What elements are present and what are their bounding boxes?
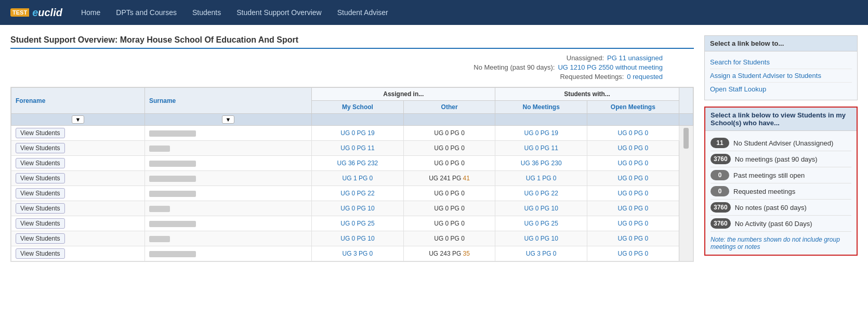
page-title: Student Support Overview: Moray House Sc…: [10, 35, 694, 49]
open-meetings-cell: UG 0 PG 0: [587, 141, 679, 156]
open-meetings-link[interactable]: UG 0 PG 0: [618, 220, 649, 227]
nav-adviser[interactable]: Student Adviser: [337, 8, 388, 17]
view-students-btn[interactable]: View Students: [16, 233, 65, 244]
my-school-cell: UG 0 PG 19: [312, 126, 404, 141]
info-item[interactable]: 0 Requested meetings: [711, 183, 851, 200]
nav-dpts[interactable]: DPTs and Courses: [116, 8, 177, 17]
scrollbar-thumb[interactable]: [683, 128, 689, 149]
open-meetings-link[interactable]: UG 0 PG 0: [618, 205, 649, 212]
sort-no-meetings: [495, 114, 587, 126]
no-meetings-link[interactable]: UG 0 PG 10: [524, 205, 558, 212]
surname-cell: [144, 156, 311, 171]
my-school-link[interactable]: UG 36 PG 232: [337, 160, 378, 167]
sort-surname-btn[interactable]: ▼: [222, 115, 235, 124]
requested-link[interactable]: 0 requested: [627, 73, 663, 81]
my-school-link[interactable]: UG 1 PG 0: [343, 175, 373, 182]
open-meetings-link[interactable]: UG 0 PG 0: [618, 250, 649, 257]
table-row: View Students UG 3 PG 0UG 243 PG 35UG 3 …: [11, 246, 693, 261]
info-badge: 11: [711, 138, 729, 148]
no-meetings-link[interactable]: UG 0 PG 22: [524, 190, 558, 197]
col-other: Other: [403, 101, 495, 114]
nav-support-overview[interactable]: Student Support Overview: [236, 8, 321, 17]
link-search-students[interactable]: Search for Students: [710, 56, 852, 69]
info-item[interactable]: 3760 No notes (past 60 days): [711, 200, 851, 216]
open-meetings-cell: UG 0 PG 0: [587, 186, 679, 201]
open-meetings-link[interactable]: UG 0 PG 0: [618, 235, 649, 242]
view-students-btn[interactable]: View Students: [16, 158, 65, 168]
no-meetings-link[interactable]: UG 0 PG 25: [524, 220, 558, 227]
nav-home[interactable]: Home: [81, 8, 100, 17]
info-item[interactable]: 3760 No meetings (past 90 days): [711, 151, 851, 167]
open-meetings-link[interactable]: UG 0 PG 0: [618, 175, 649, 182]
col-forename: Forename: [11, 88, 145, 114]
view-students-btn[interactable]: View Students: [16, 173, 65, 183]
view-students-btn[interactable]: View Students: [16, 203, 65, 214]
no-meetings-link[interactable]: UG 36 PG 230: [521, 160, 562, 167]
no-meeting-link[interactable]: UG 1210 PG 2550 without meeting: [558, 63, 663, 71]
view-students-btn[interactable]: View Students: [16, 188, 65, 199]
meta-unassigned: Unassigned: PG 11 unassigned: [10, 54, 694, 62]
view-students-btn[interactable]: View Students: [16, 248, 65, 259]
open-meetings-cell: UG 0 PG 0: [587, 171, 679, 186]
meta-no-meeting: No Meeting (past 90 days): UG 1210 PG 25…: [10, 63, 694, 71]
view-students-btn[interactable]: View Students: [16, 128, 65, 138]
unassigned-label: Unassigned:: [567, 54, 604, 62]
my-school-cell: UG 0 PG 22: [312, 186, 404, 201]
my-school-cell: UG 1 PG 0: [312, 171, 404, 186]
col-surname: Surname: [144, 88, 311, 114]
my-school-link[interactable]: UG 0 PG 10: [340, 235, 374, 242]
info-item[interactable]: 11 No Student Adviser (Unassigned): [711, 135, 851, 151]
my-school-link[interactable]: UG 0 PG 19: [340, 129, 374, 137]
scroll-header: [679, 88, 693, 114]
view-students-cell: View Students: [11, 126, 145, 141]
col-open-meetings: Open Meetings: [587, 101, 679, 114]
open-meetings-link[interactable]: UG 0 PG 0: [618, 190, 649, 197]
table-row: View Students UG 0 PG 10UG 0 PG 0UG 0 PG…: [11, 231, 693, 246]
my-school-cell: UG 0 PG 10: [312, 231, 404, 246]
no-meetings-link[interactable]: UG 0 PG 19: [524, 129, 558, 137]
my-school-link[interactable]: UG 0 PG 22: [340, 190, 374, 197]
open-meetings-link[interactable]: UG 0 PG 0: [618, 160, 649, 167]
open-meetings-link[interactable]: UG 0 PG 0: [618, 129, 649, 137]
open-meetings-cell: UG 0 PG 0: [587, 216, 679, 231]
no-meetings-cell: UG 0 PG 11: [495, 141, 587, 156]
nav-students[interactable]: Students: [192, 8, 221, 17]
my-school-link[interactable]: UG 0 PG 11: [340, 144, 374, 152]
info-item[interactable]: 0 Past meetings still open: [711, 167, 851, 183]
quick-links-section: Select a link below to... Search for Stu…: [704, 35, 858, 100]
table-row: View Students UG 0 PG 19UG 0 PG 0UG 0 PG…: [11, 126, 693, 141]
sort-forename-btn[interactable]: ▼: [72, 115, 85, 124]
other-link[interactable]: 41: [463, 175, 470, 182]
no-meetings-cell: UG 3 PG 0: [495, 246, 587, 261]
other-link[interactable]: 35: [463, 250, 470, 257]
my-school-cell: UG 3 PG 0: [312, 246, 404, 261]
view-students-btn[interactable]: View Students: [16, 218, 65, 229]
no-meetings-link[interactable]: UG 0 PG 10: [524, 235, 558, 242]
info-item[interactable]: 3760 No Activity (past 60 Days): [711, 216, 851, 232]
link-staff-lookup[interactable]: Open Staff Lookup: [710, 83, 852, 96]
col-my-school: My School: [312, 101, 404, 114]
surname-cell: [144, 231, 311, 246]
unassigned-link[interactable]: PG 11 unassigned: [607, 54, 663, 62]
link-assign-adviser[interactable]: Assign a Student Adviser to Students: [710, 69, 852, 83]
table-wrapper: Forename Surname Assigned in... Students…: [10, 87, 694, 262]
my-school-link[interactable]: UG 0 PG 25: [340, 220, 374, 227]
my-school-link[interactable]: UG 0 PG 10: [340, 205, 374, 212]
no-meeting-value: UG 1210 PG 2550 without meeting: [558, 63, 663, 71]
info-box-header: Select a link below to view Students in …: [705, 108, 857, 131]
other-cell: UG 0 PG 0: [403, 231, 495, 246]
logo-test-badge: TEST: [10, 8, 29, 17]
no-meetings-link[interactable]: UG 0 PG 11: [524, 144, 558, 152]
no-meetings-cell: UG 0 PG 10: [495, 231, 587, 246]
my-school-link[interactable]: UG 3 PG 0: [343, 250, 373, 257]
my-school-cell: UG 0 PG 11: [312, 141, 404, 156]
no-meetings-link[interactable]: UG 3 PG 0: [526, 250, 557, 257]
no-meetings-cell: UG 0 PG 10: [495, 201, 587, 216]
info-item-label: No Activity (past 60 Days): [735, 220, 812, 228]
no-meetings-link[interactable]: UG 1 PG 0: [526, 175, 557, 182]
open-meetings-link[interactable]: UG 0 PG 0: [618, 144, 649, 152]
open-meetings-cell: UG 0 PG 0: [587, 246, 679, 261]
other-cell: UG 0 PG 0: [403, 216, 495, 231]
surname-cell: [144, 141, 311, 156]
view-students-btn[interactable]: View Students: [16, 143, 65, 153]
